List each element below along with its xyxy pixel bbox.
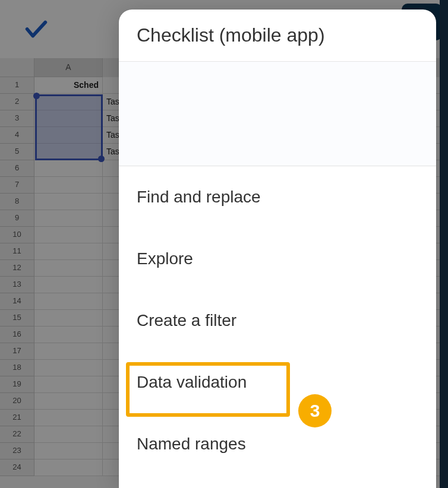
cell[interactable] [34,360,103,376]
cell[interactable] [34,194,103,210]
right-edge-strip [440,0,448,488]
row-number[interactable]: 19 [0,376,34,393]
cell-a1[interactable]: Sched [34,77,103,94]
tutorial-step-badge: 3 [298,394,332,427]
cell[interactable] [34,227,103,243]
row-number[interactable]: 1 [0,77,34,94]
row-number[interactable]: 10 [0,227,34,243]
cell[interactable] [34,460,103,476]
cell[interactable] [34,327,103,343]
row-number[interactable]: 17 [0,343,34,360]
row-number[interactable]: 11 [0,243,34,260]
corner-cell[interactable] [0,58,34,77]
row-number[interactable]: 13 [0,277,34,293]
menu-item-find-replace[interactable]: Find and replace [119,166,436,228]
cell-a2[interactable] [34,94,103,110]
column-header-a[interactable]: A [34,58,103,77]
cell[interactable] [34,293,103,310]
cell[interactable] [34,393,103,410]
row-number[interactable]: 7 [0,177,34,194]
row-number[interactable]: 20 [0,393,34,410]
row-number[interactable]: 5 [0,144,34,160]
cell-a5[interactable] [34,144,103,160]
cell[interactable] [34,210,103,227]
row-number[interactable]: 15 [0,310,34,327]
row-number[interactable]: 24 [0,460,34,476]
cell[interactable] [34,443,103,460]
row-number[interactable]: 2 [0,94,34,110]
menu-item-explore[interactable]: Explore [119,228,436,290]
row-number[interactable]: 18 [0,360,34,376]
row-number[interactable]: 3 [0,110,34,127]
cell-a4[interactable] [34,127,103,144]
row-number[interactable]: 4 [0,127,34,144]
bottom-sheet-menu: Checklist (mobile app) Find and replace … [119,9,436,488]
menu-item-data-validation[interactable]: Data validation [119,351,436,413]
cell[interactable] [34,376,103,393]
cell[interactable] [34,410,103,426]
menu-item-create-filter[interactable]: Create a filter [119,290,436,351]
cell[interactable] [34,243,103,260]
row-number[interactable]: 8 [0,194,34,210]
menu-item-named-ranges[interactable]: Named ranges [119,413,436,475]
cell[interactable] [34,160,103,177]
cell[interactable] [34,260,103,277]
row-number[interactable]: 21 [0,410,34,426]
cell[interactable] [34,426,103,443]
cell-a3[interactable] [34,110,103,127]
row-number[interactable]: 23 [0,443,34,460]
cell[interactable] [34,277,103,293]
row-number[interactable]: 14 [0,293,34,310]
cell[interactable] [34,177,103,194]
cell[interactable] [34,343,103,360]
row-number[interactable]: 9 [0,210,34,227]
popup-spacer [119,62,436,166]
row-number[interactable]: 16 [0,327,34,343]
confirm-check-icon[interactable] [23,15,50,43]
row-number[interactable]: 12 [0,260,34,277]
row-number[interactable]: 22 [0,426,34,443]
row-number[interactable]: 6 [0,160,34,177]
cell[interactable] [34,310,103,327]
sheet-title: Checklist (mobile app) [119,9,436,62]
